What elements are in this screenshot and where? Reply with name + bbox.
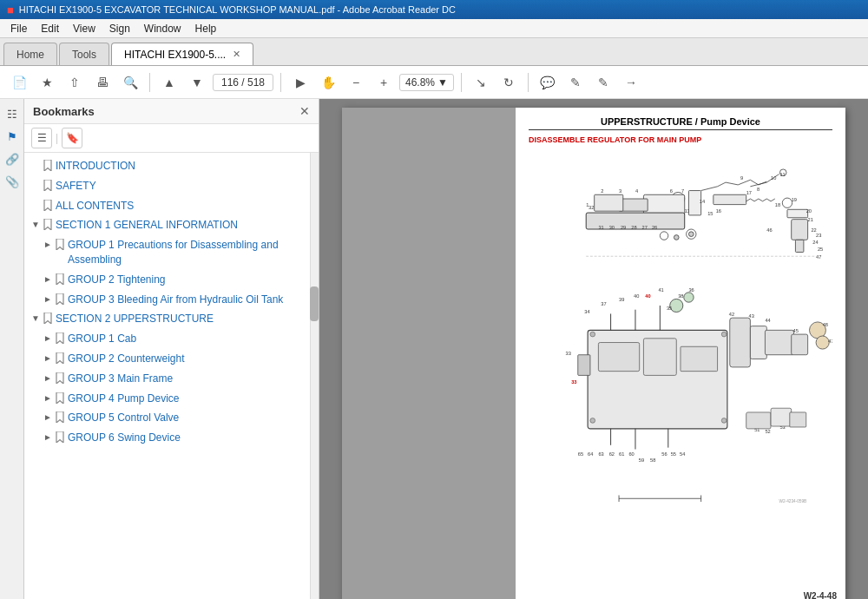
zoom-level[interactable]: 46.8% ▼ — [399, 74, 454, 91]
app-icon: ■ — [7, 3, 14, 16]
swing-expand[interactable]: ► — [43, 431, 56, 444]
upload-button[interactable]: ⇧ — [62, 70, 87, 95]
bookmark-section1[interactable]: ▼ SECTION 1 GENERAL INFORMATION — [24, 215, 319, 235]
sidebar-bookmarks-btn[interactable]: ⚑ — [3, 127, 22, 146]
svg-text:40: 40 — [634, 293, 639, 298]
bookmark-safety[interactable]: SAFETY — [24, 176, 319, 196]
bookmark-all-contents[interactable]: ALL CONTENTS — [24, 196, 319, 216]
bookmark-group2[interactable]: ► GROUP 2 Tightening — [24, 270, 319, 290]
group2-expand[interactable]: ► — [43, 273, 56, 286]
bookmark-icon — [43, 179, 56, 191]
bookmarks-scroll-area: INTRODUCTION SAFETY ALL CONTENTS — [24, 153, 319, 599]
highlight-button[interactable]: ✎ — [591, 70, 615, 95]
group3-expand[interactable]: ► — [43, 293, 56, 306]
sidebar-links-btn[interactable]: 🔗 — [3, 149, 22, 168]
pump-expand[interactable]: ► — [43, 392, 56, 405]
bookmarks-new-btn[interactable]: 🔖 — [62, 128, 82, 148]
bookmark-counterweight-label: GROUP 2 Counterweight — [68, 352, 312, 366]
svg-text:27: 27 — [642, 225, 648, 230]
pdf-page: UPPERSTRUCTURE / Pump Device DISASSEMBLE… — [342, 108, 845, 599]
bookmark-group-counterweight[interactable]: ► GROUP 2 Counterweight — [24, 349, 319, 369]
bookmark-mainframe-label: GROUP 3 Main Frame — [68, 372, 312, 386]
svg-point-109 — [721, 332, 727, 337]
select-tool-button[interactable]: ▶ — [288, 70, 312, 95]
zoom-out-button[interactable]: − — [344, 70, 368, 95]
svg-text:48: 48 — [823, 321, 828, 326]
svg-text:21: 21 — [808, 216, 813, 221]
menu-sign[interactable]: Sign — [102, 21, 137, 36]
svg-text:52: 52 — [765, 428, 770, 433]
new-button[interactable]: 📄 — [7, 70, 31, 95]
svg-rect-30 — [787, 209, 808, 217]
menu-edit[interactable]: Edit — [34, 21, 66, 36]
svg-point-84 — [816, 336, 829, 349]
tab-document[interactable]: HITACHI EX1900-5.... ✕ — [111, 43, 253, 65]
svg-text:55: 55 — [671, 451, 676, 457]
bookmark-section2[interactable]: ▼ SECTION 2 UPPERSTRUCTURE — [24, 309, 319, 329]
svg-text:58: 58 — [650, 457, 655, 462]
bookmark-group2-label: GROUP 2 Tightening — [68, 273, 312, 287]
draw-button[interactable]: ✎ — [563, 70, 588, 95]
bookmark-icon — [56, 431, 68, 443]
prev-page-button[interactable]: ▲ — [157, 70, 181, 95]
menu-window[interactable]: Window — [137, 21, 188, 36]
comment-button[interactable]: 💬 — [536, 70, 560, 95]
group1-expand[interactable]: ► — [43, 238, 56, 251]
bookmarks-menu-btn[interactable]: ☰ — [31, 128, 52, 148]
counterweight-expand[interactable]: ► — [43, 352, 56, 365]
page-left-bar — [342, 108, 516, 599]
control-expand[interactable]: ► — [43, 411, 56, 424]
rotate-button[interactable]: ↻ — [496, 70, 521, 95]
section1-expand[interactable]: ▼ — [31, 218, 43, 231]
svg-text:23: 23 — [816, 233, 821, 238]
scrollbar-thumb[interactable] — [310, 286, 319, 321]
svg-rect-106 — [790, 412, 806, 427]
svg-text:47: 47 — [828, 338, 832, 343]
sidebar-pages-btn[interactable]: ☷ — [3, 104, 22, 123]
svg-text:22: 22 — [811, 227, 816, 233]
bookmark-group-mainframe[interactable]: ► GROUP 3 Main Frame — [24, 369, 319, 389]
svg-rect-14 — [643, 194, 684, 215]
svg-text:16: 16 — [716, 208, 721, 214]
svg-point-48 — [674, 234, 679, 240]
bookmark-control-label: GROUP 5 Control Valve — [68, 411, 312, 425]
bookmarks-scrollbar[interactable] — [310, 153, 319, 599]
fit-page-button[interactable]: ↘ — [469, 70, 493, 95]
bookmark-introduction[interactable]: INTRODUCTION — [24, 156, 319, 176]
bookmark-all-contents-label: ALL CONTENTS — [56, 199, 312, 214]
tab-tools[interactable]: Tools — [59, 43, 109, 65]
section2-expand[interactable]: ▼ — [31, 312, 43, 325]
hand-tool-button[interactable]: ✋ — [316, 70, 340, 95]
bookmark-group1[interactable]: ► GROUP 1 Precautions for Disassembling … — [24, 235, 319, 270]
tab-close-button[interactable]: ✕ — [233, 49, 240, 60]
bookmark-button[interactable]: ★ — [35, 70, 59, 95]
search-button[interactable]: 🔍 — [118, 70, 142, 95]
svg-text:40: 40 — [645, 293, 650, 298]
bookmark-group-cab[interactable]: ► GROUP 1 Cab — [24, 329, 319, 349]
svg-text:38: 38 — [678, 293, 683, 298]
svg-text:17: 17 — [746, 190, 752, 195]
bookmarks-close-button[interactable]: ✕ — [299, 104, 310, 118]
menu-file[interactable]: File — [3, 21, 34, 36]
bookmark-icon — [56, 273, 68, 285]
mainframe-expand[interactable]: ► — [43, 372, 56, 385]
svg-text:45: 45 — [793, 328, 799, 333]
menu-help[interactable]: Help — [188, 21, 224, 36]
tab-home[interactable]: Home — [3, 43, 57, 65]
zoom-in-button[interactable]: + — [372, 70, 396, 95]
export-button[interactable]: → — [619, 70, 643, 95]
svg-text:56: 56 — [661, 451, 667, 457]
pdf-viewer[interactable]: UPPERSTRUCTURE / Pump Device DISASSEMBLE… — [319, 99, 868, 599]
cab-expand[interactable]: ► — [43, 332, 56, 345]
expand-placeholder — [31, 179, 43, 180]
bookmark-group-pump[interactable]: ► GROUP 4 Pump Device — [24, 389, 319, 409]
sidebar-attachments-btn[interactable]: 📎 — [3, 172, 22, 191]
menu-view[interactable]: View — [66, 21, 102, 36]
bookmark-icon — [56, 332, 68, 344]
bookmark-group3[interactable]: ► GROUP 3 Bleeding Air from Hydraulic Oi… — [24, 290, 319, 310]
bookmark-swing-label: GROUP 6 Swing Device — [68, 431, 312, 445]
bookmark-group-control[interactable]: ► GROUP 5 Control Valve — [24, 408, 319, 428]
print-button[interactable]: 🖶 — [90, 70, 115, 95]
bookmark-group-swing[interactable]: ► GROUP 6 Swing Device — [24, 428, 319, 448]
next-page-button[interactable]: ▼ — [185, 70, 209, 95]
